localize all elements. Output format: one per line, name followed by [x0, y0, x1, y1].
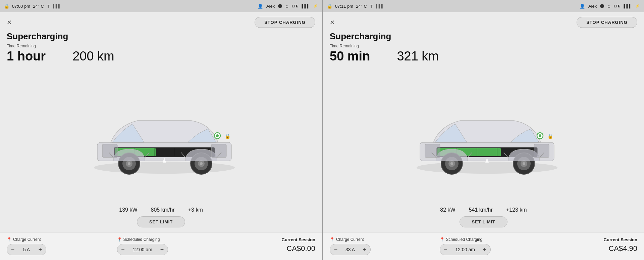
- home-icon: ⌂: [607, 3, 610, 9]
- bottom-section: 📍 Charge Current − 5 A + 📍 Scheduled Cha…: [0, 232, 322, 260]
- top-row: ✕ STOP CHARGING: [7, 17, 315, 28]
- charge-current-label: 📍 Charge Current: [7, 237, 117, 242]
- svg-point-37: [450, 162, 453, 165]
- svg-point-41: [523, 162, 525, 165]
- status-bar: 🔒 07:11 pm 24° C T ▌▌▌ 👤 Alex ⌂ LTE ▌▌▌ …: [323, 0, 644, 12]
- scheduled-charging-value: 12:00 am: [451, 247, 479, 252]
- lte-label: LTE: [292, 4, 299, 8]
- charge-current-stepper[interactable]: − 5 A +: [7, 244, 46, 255]
- user-icon: 👤: [580, 4, 585, 9]
- time-label: Time Remaining: [330, 44, 637, 48]
- main-content: ✕ STOP CHARGING Supercharging Time Remai…: [0, 12, 322, 232]
- circle-indicator: [600, 4, 604, 8]
- charge-current-decrement[interactable]: −: [330, 244, 341, 255]
- panel-left: 🔒 07:00 pm 24° C T ▌▌▌ 👤 Alex ⌂ LTE ▌▌▌ …: [0, 0, 322, 260]
- car-illustration: 🔒: [77, 99, 245, 173]
- scheduled-charging-decrement[interactable]: −: [440, 244, 451, 255]
- car-visualization: 🔒: [330, 66, 637, 205]
- location-icon: 📍: [7, 237, 12, 242]
- charge-current-label: 📍 Charge Current: [330, 237, 440, 242]
- signal-bars: ▌▌▌: [376, 4, 384, 8]
- signal-icon: ▌▌▌: [624, 4, 632, 8]
- charge-current-decrement[interactable]: −: [7, 244, 18, 255]
- charge-current-increment[interactable]: +: [359, 244, 370, 255]
- charge-current-stepper[interactable]: − 33 A +: [330, 244, 371, 255]
- stats-row: 139 kW 805 km/hr +3 km: [7, 207, 315, 213]
- km-value: 200 km: [72, 49, 114, 63]
- panel-right: 🔒 07:11 pm 24° C T ▌▌▌ 👤 Alex ⌂ LTE ▌▌▌ …: [322, 0, 644, 260]
- lock-icon: 🔒: [327, 4, 332, 9]
- scheduled-charging-stepper[interactable]: − 12:00 am +: [440, 244, 491, 255]
- charge-current-increment[interactable]: +: [35, 244, 46, 255]
- section-title: Supercharging: [330, 31, 637, 42]
- signal-bars: ▌▌▌: [53, 4, 61, 8]
- set-limit-button[interactable]: SET LIMIT: [137, 216, 185, 227]
- lock-icon: 🔒: [4, 4, 9, 9]
- added-stat: +123 km: [506, 207, 527, 213]
- temp-display: 24° C: [33, 4, 44, 9]
- stats-row: 82 kW 541 km/hr +123 km: [330, 207, 637, 213]
- bluetooth-icon: ⚡: [635, 4, 640, 8]
- km-value: 321 km: [397, 49, 439, 63]
- temp-display: 24° C: [356, 4, 367, 9]
- location-icon-2: 📍: [440, 237, 445, 242]
- speed-stat: 541 km/hr: [469, 207, 493, 213]
- current-session-label: Current Session: [604, 237, 637, 242]
- speed-stat: 805 km/hr: [151, 207, 175, 213]
- power-stat: 139 kW: [119, 207, 137, 213]
- scheduled-charging-label: 📍 Scheduled Charging: [117, 237, 227, 242]
- svg-text:🔒: 🔒: [225, 133, 231, 139]
- stop-charging-button[interactable]: STOP CHARGING: [577, 17, 637, 28]
- bottom-section: 📍 Charge Current − 33 A + 📍 Scheduled Ch…: [323, 232, 644, 260]
- current-session-col: Current Session CA$0.00: [227, 237, 315, 253]
- scheduled-charging-decrement[interactable]: −: [117, 244, 129, 255]
- close-button[interactable]: ✕: [7, 19, 12, 26]
- home-icon: ⌂: [285, 3, 288, 9]
- time-value: 1 hour: [7, 49, 46, 63]
- location-icon: 📍: [330, 237, 335, 242]
- scheduled-charging-increment[interactable]: +: [479, 244, 490, 255]
- status-bar-left: 🔒 07:00 pm 24° C T ▌▌▌: [4, 3, 61, 9]
- bluetooth-icon: ⚡: [313, 4, 318, 8]
- svg-point-17: [216, 134, 219, 137]
- section-title: Supercharging: [7, 31, 315, 42]
- scheduled-charging-value: 12:00 am: [129, 247, 156, 252]
- user-name: Alex: [266, 4, 275, 9]
- car-visualization: 🔒: [7, 66, 315, 205]
- close-button[interactable]: ✕: [330, 19, 335, 26]
- main-content: ✕ STOP CHARGING Supercharging Time Remai…: [323, 12, 644, 232]
- charge-current-value: 5 A: [18, 247, 35, 252]
- status-bar-left: 🔒 07:11 pm 24° C T ▌▌▌: [327, 3, 384, 9]
- scheduled-charging-label: 📍 Scheduled Charging: [440, 237, 550, 242]
- charge-current-value: 33 A: [341, 247, 359, 252]
- current-session-label: Current Session: [282, 237, 315, 242]
- scheduled-charging-increment[interactable]: +: [156, 244, 168, 255]
- svg-point-26: [417, 162, 557, 174]
- time-display: 07:00 pm: [12, 4, 30, 9]
- location-icon-2: 📍: [117, 237, 122, 242]
- tesla-logo: T: [47, 3, 50, 9]
- user-icon: 👤: [258, 4, 263, 9]
- time-label: Time Remaining: [7, 44, 315, 48]
- set-limit-button[interactable]: SET LIMIT: [460, 216, 508, 227]
- scheduled-charging-col: 📍 Scheduled Charging − 12:00 am +: [440, 237, 550, 255]
- svg-text:🔒: 🔒: [547, 133, 553, 139]
- car-illustration: 🔒: [400, 99, 568, 173]
- charge-current-col: 📍 Charge Current − 5 A +: [7, 237, 117, 255]
- scheduled-charging-stepper[interactable]: − 12:00 am +: [117, 244, 168, 255]
- current-session-value: CA$4.90: [608, 244, 637, 253]
- time-km-row: 1 hour 200 km: [7, 49, 315, 63]
- power-stat: 82 kW: [440, 207, 455, 213]
- status-bar: 🔒 07:00 pm 24° C T ▌▌▌ 👤 Alex ⌂ LTE ▌▌▌ …: [0, 0, 322, 12]
- added-stat: +3 km: [188, 207, 203, 213]
- current-session-col: Current Session CA$4.90: [549, 237, 637, 253]
- stop-charging-button[interactable]: STOP CHARGING: [255, 17, 315, 28]
- user-name: Alex: [588, 4, 597, 9]
- svg-point-43: [539, 134, 541, 137]
- circle-indicator: [278, 4, 282, 8]
- charge-current-col: 📍 Charge Current − 33 A +: [330, 237, 440, 255]
- time-display: 07:11 pm: [335, 4, 353, 9]
- svg-point-0: [94, 162, 235, 174]
- time-value: 50 min: [330, 49, 370, 63]
- svg-rect-20: [102, 144, 117, 158]
